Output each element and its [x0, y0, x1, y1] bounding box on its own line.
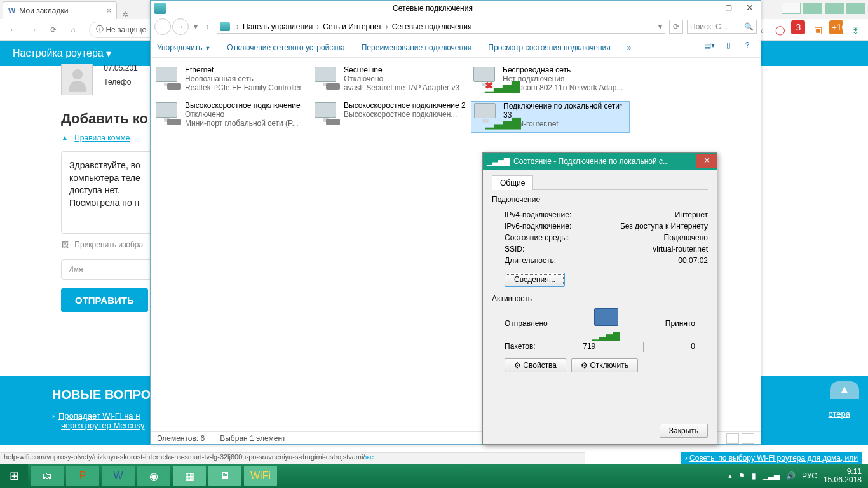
toolbar-overflow[interactable]: »	[627, 43, 632, 52]
tip-link[interactable]: › Советы по выбору Wi-Fi роутера для дом…	[681, 452, 862, 464]
crumb-3[interactable]: Сетевые подключения	[392, 22, 472, 31]
view-options-icon[interactable]: ▤▾	[702, 41, 716, 55]
home-button[interactable]: ⌂	[65, 22, 81, 38]
connection-item[interactable]: ▁▃▅▇✖ Беспроводная сетьНет подключенияBr…	[471, 65, 630, 96]
reload-button[interactable]: ⟳	[45, 22, 62, 38]
disable-device-button[interactable]: Отключение сетевого устройства	[227, 43, 344, 52]
close-button[interactable]: Закрыть	[660, 424, 708, 438]
explorer-toolbar: Упорядочить▼ Отключение сетевого устройс…	[151, 37, 761, 58]
footer-link-2[interactable]: через роутер Mercusy	[61, 421, 145, 430]
disable-button[interactable]: ⚙ Отключить	[571, 358, 638, 372]
help-icon[interactable]: ?	[740, 41, 754, 55]
adblock-ext-icon[interactable]: ▣	[811, 23, 825, 37]
back-button[interactable]: ←	[154, 18, 171, 35]
packets-label: Пакетов:	[505, 342, 536, 352]
history-dropdown[interactable]: ▾	[194, 22, 198, 31]
picture-icon: 🖼	[61, 240, 69, 249]
sent-label: Отправлено	[505, 319, 548, 328]
task-word[interactable]: W	[102, 466, 135, 486]
tab-title: Мои закладки	[19, 6, 103, 15]
start-button[interactable]: ⊞	[0, 464, 28, 488]
connections-grid: EthernetНеопознанная сетьRealtek PCIe FE…	[151, 58, 761, 140]
connection-item[interactable]: ▁▃▅▇ Подключение по локальной сети* 33vi…	[471, 101, 630, 133]
tray-volume-icon[interactable]: 🔊	[786, 471, 796, 480]
crumb-dropdown-icon[interactable]: ▾	[658, 22, 662, 31]
connection-item[interactable]: EthernetНеопознанная сетьRealtek PCIe FE…	[153, 65, 312, 96]
footer-link-1[interactable]: Пропадает Wi-Fi на н	[58, 411, 140, 421]
up-button[interactable]: ↑	[205, 22, 209, 31]
av-ext-icon[interactable]: ⛨	[849, 23, 863, 37]
system-tray: ▴ ⚑ ▮ ▁▃▅ 🔊 РУС 9:11 15.06.2018	[722, 468, 868, 484]
send-button[interactable]: ОТПРАВИТЬ	[61, 288, 148, 312]
tray-action-center-icon[interactable]: ⚑	[738, 471, 745, 480]
search-input[interactable]: Поиск: С... 🔍	[687, 20, 757, 34]
site-title: Настройка роутера	[13, 48, 104, 59]
view-details-icon[interactable]	[726, 433, 739, 444]
view-status-button[interactable]: Просмотр состояния подключения	[488, 43, 610, 52]
forward-button[interactable]: →	[172, 18, 189, 35]
back-button[interactable]: ←	[5, 22, 22, 38]
view-tiles-icon[interactable]	[742, 433, 754, 444]
chevron-right-icon: ›	[52, 412, 55, 421]
sunflower-icon: ✲	[122, 10, 128, 19]
browser-status-url: help-wifi.com/voprosy-otvety/nizkaya-sko…	[0, 452, 585, 464]
item-count: Элементов: 6	[157, 434, 205, 443]
chevron-right-icon: ›	[685, 454, 688, 463]
tab-close-icon[interactable]: ×	[107, 6, 111, 15]
organize-menu[interactable]: Упорядочить▼	[157, 43, 210, 52]
tray-up-icon[interactable]: ▴	[728, 471, 732, 480]
breadcrumb[interactable]: › Панель управления › Сеть и Интернет › …	[217, 20, 665, 34]
tray-network-icon[interactable]: ▁▃▅	[763, 471, 780, 480]
search-placeholder: Поиск: С...	[690, 22, 728, 31]
connection-item[interactable]: Высокоскоростное подключениеОтключеноМин…	[153, 101, 312, 133]
properties-button[interactable]: ⚙ Свойства	[505, 358, 566, 372]
crumb-1[interactable]: Панель управления	[243, 22, 313, 31]
tray-clock[interactable]: 9:11 15.06.2018	[824, 468, 862, 484]
recv-label: Принято	[665, 319, 695, 328]
rename-connection-button[interactable]: Переименование подключения	[362, 43, 472, 52]
opera-ext-icon[interactable]: ◯	[773, 23, 787, 37]
tray-lang[interactable]: РУС	[802, 471, 817, 480]
group-connection: Подключение	[492, 195, 708, 204]
forward-button[interactable]: →	[25, 22, 41, 38]
task-unknown[interactable]: 🖥	[208, 466, 241, 486]
scroll-top-button[interactable]: ▲	[830, 381, 859, 399]
packets-sent: 719	[583, 342, 595, 352]
close-button[interactable]: ✕	[739, 1, 761, 15]
chevron-down-icon[interactable]: ▾	[106, 48, 111, 60]
connection-item[interactable]: SecureLineОтключеноavast! SecureLine TAP…	[312, 65, 471, 96]
refresh-button[interactable]: ⟳	[669, 20, 683, 34]
details-button[interactable]: Сведения...	[505, 273, 565, 287]
dialog-close-button[interactable]: ✕	[696, 154, 717, 168]
task-powerpoint[interactable]: P	[66, 466, 99, 486]
crumb-2[interactable]: Сеть и Интернет	[323, 22, 381, 31]
dialog-titlebar[interactable]: ▁▃▅▇ Состояние - Подключение по локально…	[483, 153, 717, 170]
attach-label: Прикрепить изобра	[74, 240, 143, 249]
status-row: Состояние среды:Подключено	[492, 232, 708, 243]
computer-icon	[594, 308, 618, 326]
avatar	[61, 64, 93, 95]
network-icon	[154, 3, 166, 14]
footer-link-extra[interactable]: отера	[829, 409, 850, 419]
task-explorer[interactable]: 🗂	[31, 466, 64, 486]
preview-pane-icon[interactable]: ▯	[721, 41, 735, 55]
rules-text: Правила комме	[74, 133, 130, 142]
window-titlebar[interactable]: Сетевые подключения — ▢ ✕	[151, 1, 761, 16]
tray-battery-icon[interactable]: ▮	[752, 471, 756, 480]
maximize-button[interactable]: ▢	[717, 1, 739, 15]
task-control-panel[interactable]: ▦	[173, 466, 206, 486]
search-icon: 🔍	[744, 22, 754, 31]
task-chrome[interactable]: ◉	[137, 466, 170, 486]
packets-recv: 0	[691, 342, 695, 352]
status-row: IPv6-подключение:Без доступа к Интернету	[492, 220, 708, 232]
ext-badge-2: +16	[829, 20, 843, 34]
browser-tab[interactable]: W Мои закладки ×	[3, 1, 117, 19]
task-wifi[interactable]: WiFi	[244, 466, 277, 486]
status-dialog: ▁▃▅▇ Состояние - Подключение по локально…	[482, 152, 717, 445]
vk-icon: W	[8, 6, 15, 15]
connection-item[interactable]: Высокоскоростное подключение 2Высокоскор…	[312, 101, 471, 133]
phone-label: Телефо	[104, 78, 137, 86]
tab-general[interactable]: Общие	[492, 175, 533, 190]
minimize-button[interactable]: —	[696, 1, 717, 15]
status-row: IPv4-подключение:Интернет	[492, 209, 708, 220]
